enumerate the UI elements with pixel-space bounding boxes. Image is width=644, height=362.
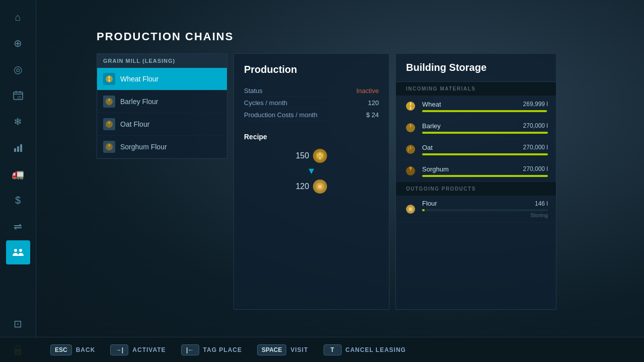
production-title: Production <box>244 64 379 75</box>
sorghum-amount: 270,000 l <box>523 165 548 172</box>
sidebar-item-globe[interactable]: ⊕ <box>6 31 30 55</box>
hotkey-badge-tag: |← <box>181 344 199 355</box>
storage-item-sorghum: Sorghum 270,000 l <box>396 160 556 182</box>
stat-label-cycles: Cycles / month <box>244 99 287 107</box>
recipe-section: Recipe 150 <box>244 133 379 194</box>
recipe-output-amount: 120 <box>296 182 309 191</box>
hotkey-visit[interactable]: SPACE VISIT <box>257 344 308 355</box>
svg-rect-7 <box>20 144 22 152</box>
svg-point-9 <box>19 249 22 252</box>
sidebar-item-population[interactable] <box>6 240 30 264</box>
storage-item-oat: Oat 270,000 l <box>396 139 556 160</box>
stat-value-costs: $ 24 <box>366 111 379 119</box>
wheat-amount: 269,999 l <box>523 101 548 108</box>
recipe-output-item: 120 <box>296 179 328 194</box>
sidebar-item-wheel[interactable]: ◎ <box>6 57 30 81</box>
flour-storage-row: Flour 146 l <box>422 200 548 207</box>
recipe-output-icon <box>313 179 327 194</box>
recipe-input-item: 150 <box>296 149 328 163</box>
sidebar-item-coin[interactable]: $ <box>6 188 30 212</box>
barley-flour-icon <box>103 96 115 108</box>
sorghum-name: Sorghum <box>422 165 449 173</box>
outgoing-products-header: OUTGOING PRODUCTS <box>396 182 556 196</box>
sidebar-item-trade[interactable]: ⇌ <box>6 214 30 238</box>
stat-row-cycles: Cycles / month 120 <box>244 98 379 109</box>
storage-item-wheat: Wheat 269,999 l <box>396 96 556 117</box>
barley-bar-fill <box>422 132 548 134</box>
list-item-barley-flour[interactable]: Barley Flour <box>97 90 227 113</box>
oat-bar-bg <box>422 153 548 155</box>
bottom-bar: ESC BACK →| ACTIVATE |← TAG PLACE SPACE … <box>0 337 644 362</box>
oat-flour-label: Oat Flour <box>120 120 149 128</box>
barley-bar-bg <box>422 132 548 134</box>
wheat-bar-bg <box>422 110 548 112</box>
svg-rect-6 <box>17 146 19 152</box>
list-panel: GRAIN MILL (LEASING) Wheat Flour <box>97 53 227 159</box>
sorghum-storage-content: Sorghum 270,000 l <box>422 165 548 177</box>
hotkey-cancel-leasing[interactable]: T CANCEL LEASING <box>324 344 406 355</box>
sidebar: ⌂ ⊕ ◎ 15 ❄ 🚛 $ ⇌ ⊡ 🔒 <box>0 0 36 362</box>
hotkey-badge-t: T <box>324 344 342 355</box>
list-item-sorghum-flour[interactable]: Sorghum Flour <box>97 136 227 158</box>
list-item-oat-flour[interactable]: Oat Flour <box>97 113 227 136</box>
oat-storage-row: Oat 270,000 l <box>422 144 548 151</box>
hotkey-label-cancel: CANCEL LEASING <box>346 346 406 353</box>
panel-container: GRAIN MILL (LEASING) Wheat Flour <box>97 53 644 310</box>
oat-storage-icon <box>404 143 417 156</box>
main-content: PRODUCTION CHAINS GRAIN MILL (LEASING) W… <box>36 0 644 342</box>
sidebar-item-snowflake[interactable]: ❄ <box>6 110 30 134</box>
oat-name: Oat <box>422 144 433 151</box>
sidebar-item-building[interactable]: ⊡ <box>6 312 30 336</box>
oat-storage-content: Oat 270,000 l <box>422 144 548 155</box>
svg-text:15: 15 <box>17 96 21 99</box>
oat-bar-fill <box>422 153 548 155</box>
recipe-input-amount: 150 <box>296 151 309 160</box>
incoming-materials-header: INCOMING MATERIALS <box>396 82 556 96</box>
barley-name: Barley <box>422 122 441 130</box>
recipe-input-icon <box>313 149 327 163</box>
storing-label: Storing <box>422 212 548 218</box>
sidebar-item-home[interactable]: ⌂ <box>6 5 30 29</box>
wheat-flour-label: Wheat Flour <box>120 75 158 83</box>
svg-point-23 <box>410 167 412 169</box>
svg-point-8 <box>14 249 17 252</box>
hotkey-badge-esc: ESC <box>50 344 72 355</box>
hotkey-back[interactable]: ESC BACK <box>50 344 95 355</box>
sorghum-storage-row: Sorghum 270,000 l <box>422 165 548 173</box>
flour-storage-content: Flour 146 l Storing <box>422 200 548 218</box>
recipe-content: 150 ▼ 120 <box>244 149 379 194</box>
barley-amount: 270,000 l <box>523 122 548 129</box>
sidebar-item-calendar[interactable]: 15 <box>6 83 30 108</box>
wheat-bar-fill <box>422 110 547 112</box>
sorghum-storage-icon <box>404 164 417 177</box>
stat-row-status: Status Inactive <box>244 85 379 97</box>
page-title: PRODUCTION CHAINS <box>97 30 644 43</box>
stat-label-status: Status <box>244 87 263 95</box>
hotkey-label-activate: ACTIVATE <box>132 346 166 353</box>
wheat-flour-icon <box>103 73 115 85</box>
hotkey-tag-place[interactable]: |← TAG PLACE <box>181 344 242 355</box>
recipe-arrow: ▼ <box>307 166 316 176</box>
flour-bar-fill <box>422 209 425 211</box>
storage-item-flour: Flour 146 l Storing <box>396 196 556 223</box>
hotkey-badge-activate: →| <box>110 344 128 355</box>
barley-storage-row: Barley 270,000 l <box>422 122 548 130</box>
storage-panel-header: Building Storage <box>396 54 556 82</box>
flour-amount: 146 l <box>535 200 548 207</box>
sidebar-item-chart[interactable] <box>6 136 30 160</box>
flour-bar-bg <box>422 209 548 211</box>
stat-value-cycles: 120 <box>368 99 379 107</box>
wheat-name: Wheat <box>422 101 441 108</box>
hotkey-badge-space: SPACE <box>257 344 286 355</box>
list-panel-header: GRAIN MILL (LEASING) <box>97 54 227 68</box>
wheat-storage-content: Wheat 269,999 l <box>422 101 548 112</box>
hotkey-activate[interactable]: →| ACTIVATE <box>110 344 166 355</box>
recipe-label: Recipe <box>244 133 379 141</box>
hotkey-label-back: BACK <box>76 346 96 353</box>
list-item-wheat-flour[interactable]: Wheat Flour <box>97 68 227 90</box>
sorghum-bar-fill <box>422 175 548 177</box>
wheat-storage-icon <box>404 100 417 113</box>
storage-item-barley: Barley 270,000 l <box>396 117 556 139</box>
wheat-storage-row: Wheat 269,999 l <box>422 101 548 108</box>
sidebar-item-truck[interactable]: 🚛 <box>6 162 30 186</box>
